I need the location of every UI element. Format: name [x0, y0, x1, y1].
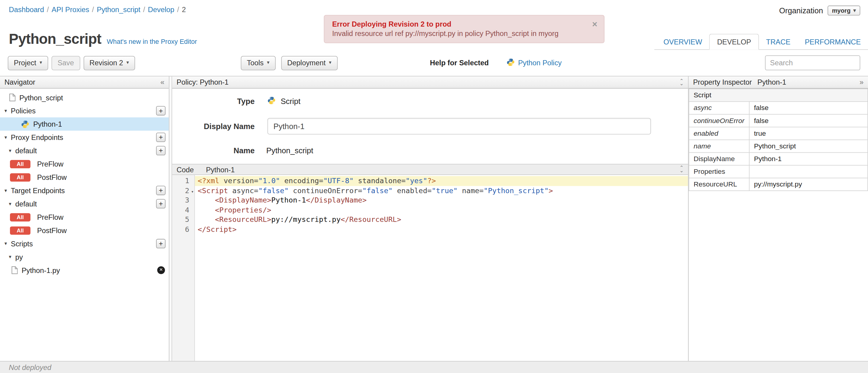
project-menu-button[interactable]: Project ▾	[8, 56, 49, 70]
nav-item-preflow[interactable]: AllPreFlow	[0, 157, 169, 170]
breadcrumb-dashboard[interactable]: Dashboard	[9, 5, 44, 13]
toolbar: Project ▾ Save Revision 2 ▾ Tools ▾ Depl…	[0, 50, 868, 76]
add-button[interactable]: +	[156, 106, 166, 116]
caret-down-icon[interactable]: ▾	[9, 254, 11, 260]
line-number: 4	[172, 205, 194, 215]
nav-item-py[interactable]: ▾py	[0, 250, 169, 263]
tab-performance[interactable]: PERFORMANCE	[798, 34, 868, 49]
whats-new-link[interactable]: What's new in the Proxy Editor	[107, 38, 197, 45]
nav-item-label: PostFlow	[37, 173, 67, 181]
nav-item-target-endpoints[interactable]: ▾Target Endpoints+	[0, 184, 169, 197]
collapse-expand-icon[interactable]: ⌃ ⌄	[679, 166, 684, 172]
display-name-input[interactable]	[268, 118, 651, 134]
tab-develop[interactable]: DEVELOP	[709, 34, 759, 50]
file-icon	[9, 94, 16, 101]
inspector-row[interactable]: enabledtrue	[689, 127, 868, 139]
deployment-menu-button[interactable]: Deployment ▾	[281, 56, 338, 70]
add-button[interactable]: +	[156, 239, 166, 248]
python-policy-help-label: Python Policy	[518, 59, 562, 67]
caret-down-icon[interactable]: ▾	[4, 188, 7, 193]
inspector-section-row: Script	[689, 89, 868, 101]
tab-trace[interactable]: TRACE	[759, 34, 798, 49]
inspector-row[interactable]: continueOnErrorfalse	[689, 114, 868, 127]
chevron-down-icon: ⌄	[679, 82, 684, 85]
organization-dropdown[interactable]: myorg ▾	[828, 5, 860, 15]
property-key: enabled	[689, 127, 749, 139]
panel-splitter[interactable]	[169, 76, 172, 361]
organization-label: Organization	[779, 6, 823, 15]
nav-item-scripts[interactable]: ▾Scripts+	[0, 237, 169, 250]
nav-item-python-1[interactable]: Python-1	[0, 117, 169, 131]
breadcrumb: Dashboard/API Proxies/Python_script/Deve…	[9, 5, 186, 13]
caret-down-icon[interactable]: ▾	[9, 201, 11, 207]
code-line[interactable]: </Script>	[195, 225, 688, 234]
revision-menu-button[interactable]: Revision 2 ▾	[84, 56, 135, 70]
nav-item-proxy-endpoints[interactable]: ▾Proxy Endpoints+	[0, 131, 169, 144]
add-button[interactable]: +	[156, 146, 166, 155]
save-button[interactable]: Save	[51, 56, 80, 70]
nav-item-default[interactable]: ▾default+	[0, 197, 169, 210]
code-line[interactable]: <Script async="false" continueOnError="f…	[195, 186, 688, 195]
nav-item-postflow[interactable]: AllPostFlow	[0, 170, 169, 184]
code-lines[interactable]: <?xml version="1.0" encoding="UTF-8" sta…	[195, 175, 688, 361]
nav-item-policies[interactable]: ▾Policies+	[0, 104, 169, 117]
breadcrumb-api-proxies[interactable]: API Proxies	[52, 5, 89, 13]
tools-menu-button[interactable]: Tools ▾	[241, 56, 276, 70]
code-fold-icon[interactable]: ▾	[191, 187, 194, 196]
nav-item-label: Proxy Endpoints	[11, 133, 63, 142]
help-for-selected-label: Help for Selected	[430, 59, 489, 67]
nav-item-label: py	[15, 253, 23, 261]
main-area: Navigator « Python_script▾Policies+Pytho…	[0, 76, 868, 361]
code-line[interactable]: <ResourceURL>py://myscript.py</ResourceU…	[195, 215, 688, 225]
search-input[interactable]	[765, 55, 860, 70]
code-line[interactable]: <DisplayName>Python-1</DisplayName>	[195, 195, 688, 205]
collapse-panel-icon[interactable]: «	[160, 78, 164, 86]
inspector-row[interactable]: Properties	[689, 165, 868, 178]
caret-down-icon[interactable]: ▾	[9, 148, 11, 153]
property-value: py://myscript.py	[749, 178, 868, 191]
chevron-down-icon: ▾	[329, 60, 331, 65]
breadcrumb-proxy-name[interactable]: Python_script	[97, 5, 140, 13]
code-editor[interactable]: 12▾3456 <?xml version="1.0" encoding="UT…	[172, 175, 688, 361]
property-value: Python_script	[749, 139, 868, 152]
display-name-label: Display Name	[172, 122, 255, 131]
line-number: 5	[172, 215, 194, 225]
property-inspector-context: Python-1	[757, 78, 786, 86]
name-label: Name	[172, 146, 255, 155]
add-button[interactable]: +	[156, 199, 166, 208]
navigator-tree: Python_script▾Policies+Python-1▾Proxy En…	[0, 89, 169, 361]
code-line[interactable]: <Properties/>	[195, 205, 688, 215]
nav-item-label: Python-1	[33, 120, 62, 128]
page-title: Python_script	[9, 31, 101, 48]
organization-value: myorg	[832, 7, 851, 14]
nav-item-postflow[interactable]: AllPostFlow	[0, 224, 169, 237]
code-line[interactable]: <?xml version="1.0" encoding="UTF-8" sta…	[195, 176, 688, 186]
python-policy-help-link[interactable]: Python Policy	[506, 58, 562, 68]
deployment-status-text: Not deployed	[9, 363, 51, 372]
add-button[interactable]: +	[156, 133, 166, 142]
caret-down-icon[interactable]: ▾	[4, 134, 7, 140]
breadcrumb-develop[interactable]: Develop	[148, 5, 174, 13]
close-icon[interactable]: ×	[592, 20, 597, 29]
nav-item-default[interactable]: ▾default+	[0, 144, 169, 157]
nav-item-label: Python-1.py	[22, 266, 60, 274]
nav-item-label: default	[15, 199, 37, 208]
add-button[interactable]: +	[156, 186, 166, 195]
inspector-row[interactable]: namePython_script	[689, 139, 868, 152]
expand-panel-icon[interactable]: »	[860, 78, 864, 86]
inspector-row[interactable]: ResourceURLpy://myscript.py	[689, 178, 868, 191]
delete-icon[interactable]: ✕	[157, 266, 165, 274]
nav-item-preflow[interactable]: AllPreFlow	[0, 210, 169, 224]
breadcrumb-revision: 2	[182, 5, 186, 13]
tab-overview[interactable]: OVERVIEW	[656, 34, 709, 49]
caret-down-icon[interactable]: ▾	[4, 108, 7, 113]
navigator-panel: Navigator « Python_script▾Policies+Pytho…	[0, 76, 169, 361]
inspector-row[interactable]: DisplayNamePython-1	[689, 153, 868, 165]
collapse-expand-icon[interactable]: ⌃ ⌄	[679, 80, 684, 85]
line-number: 2▾	[172, 186, 194, 195]
nav-item-python-1-py[interactable]: Python-1.py✕	[0, 263, 169, 277]
nav-item-python-script[interactable]: Python_script	[0, 91, 169, 104]
chevron-down-icon: ▾	[39, 60, 42, 65]
inspector-row[interactable]: asyncfalse	[689, 101, 868, 114]
caret-down-icon[interactable]: ▾	[4, 241, 7, 246]
